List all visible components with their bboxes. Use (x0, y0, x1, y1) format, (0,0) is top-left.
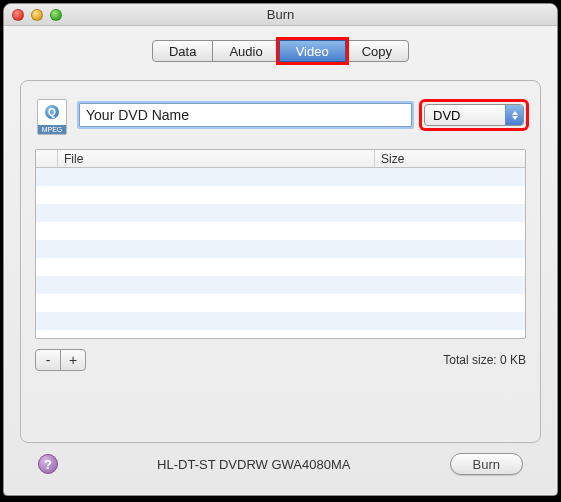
name-row: Q MPEG DVD (35, 95, 526, 135)
zoom-icon[interactable] (50, 9, 62, 21)
drive-label: HL-DT-ST DVDRW GWA4080MA (58, 457, 450, 472)
burn-button[interactable]: Burn (450, 453, 523, 475)
table-row (36, 186, 525, 204)
table-header: File Size (36, 150, 525, 168)
content: Data Audio Video Copy Q MPEG DVD (4, 26, 557, 495)
table-row (36, 222, 525, 240)
tab-audio[interactable]: Audio (212, 40, 279, 62)
table-footer: - + Total size: 0 KB (35, 349, 526, 371)
add-remove-group: - + (35, 349, 86, 371)
app-window: Burn Data Audio Video Copy Q MPEG (3, 3, 558, 496)
tab-data[interactable]: Data (152, 40, 213, 62)
table-row (36, 204, 525, 222)
help-button[interactable]: ? (38, 454, 58, 474)
table-row (36, 276, 525, 294)
table-body[interactable] (36, 168, 525, 338)
format-select[interactable]: DVD (424, 104, 524, 126)
column-handle (36, 150, 58, 167)
add-button[interactable]: + (60, 349, 86, 371)
minimize-icon[interactable] (31, 9, 43, 21)
file-table: File Size (35, 149, 526, 339)
tab-copy[interactable]: Copy (345, 40, 409, 62)
table-row (36, 240, 525, 258)
disc-name-input[interactable] (79, 103, 412, 127)
footer: ? HL-DT-ST DVDRW GWA4080MA Burn (20, 443, 541, 485)
traffic-lights (12, 9, 62, 21)
chevron-updown-icon (505, 105, 523, 125)
table-row (36, 312, 525, 330)
main-panel: Q MPEG DVD File (20, 80, 541, 443)
total-size-label: Total size: 0 KB (443, 353, 526, 367)
window-title: Burn (4, 7, 557, 22)
tab-video[interactable]: Video (279, 40, 346, 62)
remove-button[interactable]: - (35, 349, 61, 371)
close-icon[interactable] (12, 9, 24, 21)
table-row (36, 168, 525, 186)
mpeg-file-icon: Q MPEG (35, 95, 69, 135)
titlebar: Burn (4, 4, 557, 26)
column-file[interactable]: File (58, 150, 375, 167)
table-row (36, 258, 525, 276)
tab-bar: Data Audio Video Copy (20, 40, 541, 62)
column-size[interactable]: Size (375, 150, 525, 167)
format-select-label: DVD (425, 108, 505, 123)
format-highlight: DVD (422, 102, 526, 128)
table-row (36, 294, 525, 312)
